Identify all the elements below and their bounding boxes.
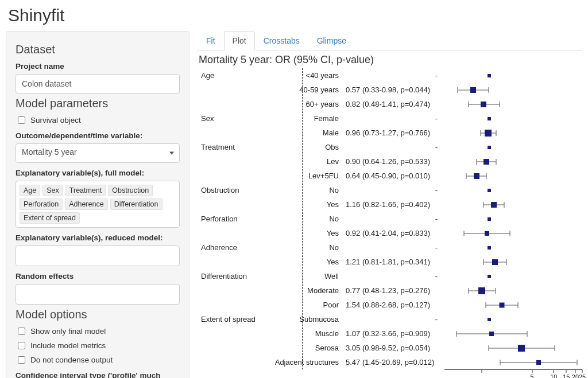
tab-glimpse[interactable]: Glimpse — [308, 31, 355, 50]
axis-tick-label: 5 — [531, 373, 534, 378]
ci-cap — [496, 130, 497, 136]
explanatory-token[interactable]: Differentiation — [110, 198, 163, 210]
plot-cell — [455, 240, 582, 255]
ci-type-label: Confidence interval type ('profile' much… — [16, 371, 176, 378]
level-label: Muscle — [264, 329, 346, 338]
plot-cell — [455, 283, 582, 298]
point-marker — [470, 87, 476, 93]
forest-row: Extent of spreadSubmucosa- — [198, 312, 582, 326]
plot-cell — [455, 298, 582, 312]
axis-tick — [482, 369, 482, 373]
group-label: Treatment — [198, 143, 264, 151]
explanatory-reduced-input[interactable] — [16, 245, 180, 266]
show-final-label: Show only final model — [30, 327, 106, 336]
explanatory-token[interactable]: Sex — [42, 185, 63, 196]
random-effects-input[interactable] — [16, 284, 180, 305]
random-effects-label: Random effects — [16, 272, 180, 280]
model-options-heading: Model options — [16, 308, 180, 321]
forest-row: Moderate0.77 (0.48-1.23, p=0.276) — [198, 283, 582, 298]
no-condense-checkbox[interactable]: Do not condense output — [16, 354, 180, 365]
include-metrics-input[interactable] — [18, 342, 25, 349]
axis-tick — [554, 369, 554, 373]
plot-cell — [455, 226, 582, 240]
forest-plot: Age<40 years-40-59 years0.57 (0.33-0.98,… — [198, 68, 582, 378]
stat-label: 0.64 (0.45-0.90, p=0.010) — [346, 172, 455, 180]
explanatory-reduced-label: Explanatory variable(s), reduced model: — [16, 233, 180, 242]
group-label: Extent of spread — [198, 315, 264, 324]
outcome-select[interactable]: Mortality 5 year — [16, 143, 180, 163]
include-metrics-checkbox[interactable]: Include model metrics — [16, 340, 180, 351]
project-name-input[interactable] — [16, 74, 180, 93]
level-label: Lev+5FU — [264, 172, 346, 180]
plot-title: Mortality 5 year: OR (95% CI, p-value) — [199, 54, 582, 66]
level-label: Adjacent structures — [264, 358, 346, 367]
forest-row: Lev+5FU0.64 (0.45-0.90, p=0.010) — [198, 169, 582, 183]
no-condense-input[interactable] — [18, 356, 25, 364]
stat-label: - — [346, 243, 455, 252]
stat-label: - — [346, 186, 455, 194]
show-final-input[interactable] — [18, 328, 25, 335]
chevron-down-icon — [169, 152, 174, 155]
plot-cell — [455, 183, 582, 197]
explanatory-token[interactable]: Treatment — [65, 185, 106, 196]
forest-row: SexFemale- — [198, 111, 582, 126]
tab-fit[interactable]: Fit — [198, 31, 224, 50]
show-final-checkbox[interactable]: Show only final model — [16, 326, 180, 337]
forest-row: Lev0.90 (0.64-1.26, p=0.533) — [198, 154, 582, 169]
stat-label: - — [346, 215, 455, 223]
level-label: Poor — [264, 301, 346, 309]
point-marker — [488, 318, 491, 321]
point-marker — [491, 202, 497, 208]
ci-cap — [483, 202, 484, 208]
ci-cap — [510, 231, 510, 236]
stat-label: 0.92 (0.41-2.04, p=0.833) — [346, 229, 455, 237]
axis-tick-label: 10 — [550, 373, 557, 378]
ci-cap — [463, 231, 464, 236]
explanatory-token[interactable]: Perforation — [20, 198, 63, 210]
forest-row: ObstructionNo- — [198, 183, 582, 197]
ci-cap — [457, 87, 458, 93]
dataset-heading: Dataset — [16, 43, 180, 56]
level-label: Serosa — [264, 344, 346, 352]
survival-object-checkbox[interactable]: Survival object — [16, 115, 180, 126]
stat-label: 1.54 (0.88-2.68, p=0.127) — [346, 301, 455, 309]
explanatory-token[interactable]: Extent of spread — [20, 212, 80, 224]
ci-cap — [506, 259, 507, 265]
stat-label: - — [346, 272, 455, 280]
survival-object-input[interactable] — [18, 116, 25, 124]
explanatory-token[interactable]: Age — [20, 185, 40, 196]
ci-cap — [517, 302, 518, 308]
point-marker — [488, 246, 491, 250]
tab-crosstabs[interactable]: Crosstabs — [255, 31, 308, 50]
forest-row: TreatmentObs- — [198, 140, 582, 154]
level-label: Yes — [264, 200, 346, 209]
forest-row: Age<40 years- — [198, 68, 582, 83]
group-label: Perforation — [198, 215, 264, 223]
explanatory-full-input[interactable]: AgeSexTreatmentObstructionPerforationAdh… — [16, 181, 180, 228]
plot-cell — [455, 126, 582, 140]
ci-cap — [480, 130, 481, 136]
axis-tick — [532, 369, 532, 373]
group-label: Obstruction — [198, 186, 264, 194]
tab-plot[interactable]: Plot — [224, 31, 255, 50]
plot-cell — [455, 255, 582, 269]
plot-cell — [455, 269, 582, 283]
forest-row: Adjacent structures5.47 (1.45-20.69, p=0… — [198, 355, 582, 369]
explanatory-token[interactable]: Adherence — [65, 198, 107, 210]
ci-cap — [489, 87, 489, 93]
point-marker — [488, 74, 491, 77]
plot-cell — [455, 341, 582, 355]
stat-label: 0.90 (0.64-1.26, p=0.533) — [346, 157, 455, 166]
ci-cap — [468, 288, 469, 294]
point-marker — [483, 159, 489, 165]
point-marker — [481, 102, 486, 107]
ci-cap — [477, 159, 477, 165]
point-marker — [474, 173, 479, 179]
point-marker — [488, 217, 491, 221]
ci-cap — [468, 102, 469, 107]
stat-label: - — [346, 143, 455, 151]
forest-row: PerforationNo- — [198, 212, 582, 226]
plot-cell — [455, 68, 582, 83]
explanatory-token[interactable]: Obstruction — [108, 185, 153, 196]
stat-label: 3.05 (0.98-9.52, p=0.054) — [346, 344, 455, 352]
